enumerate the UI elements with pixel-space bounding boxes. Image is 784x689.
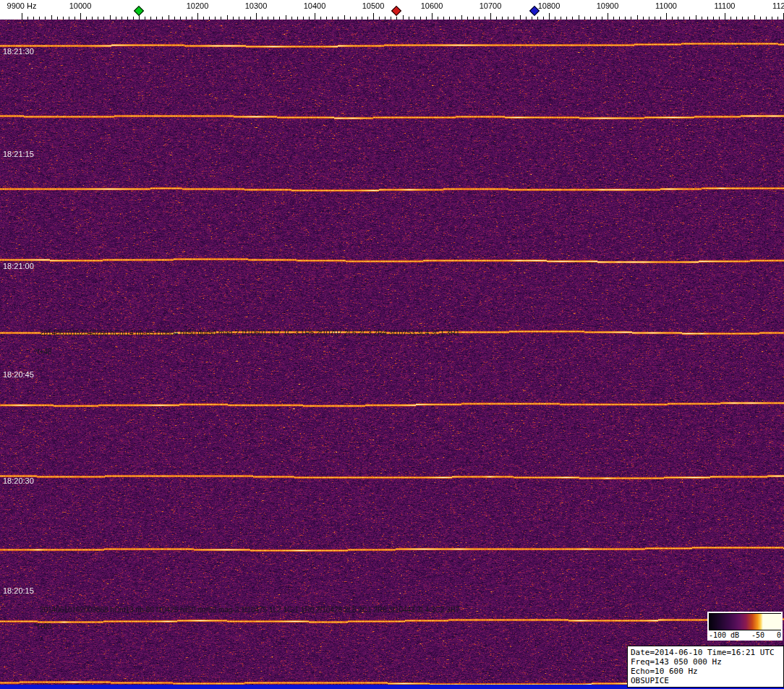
frequency-ruler[interactable]: 9900 Hz100001020010300104001050010600107… [0, 0, 784, 20]
time-axis-label: 18:21:30 [3, 47, 34, 56]
time-axis-label: 18:20:30 [3, 476, 34, 485]
info-freq-line: Freq=143 050 000 Hz [631, 657, 780, 667]
detection-annotation: 20140610162009868 hCnt13 nb-80 f10425 hi… [40, 606, 459, 614]
waterfall-spectrogram[interactable] [0, 20, 784, 685]
detection-annotation: 20140610162048260 hCnt14 nb-85 f10604 hi… [40, 329, 459, 337]
ruler-frequency-label: 10900 [597, 1, 619, 10]
info-echo-line: Echo=10 600 Hz [631, 667, 780, 676]
spectrum-waterfall-app: 9900 Hz100001020010300104001050010600107… [0, 0, 784, 689]
ruler-frequency-label: 11200 [772, 1, 784, 10]
ruler-frequency-label: 11000 [655, 1, 677, 10]
time-axis-label: 18:20:15 [3, 586, 34, 595]
legend-label-max: 0 [777, 631, 781, 639]
ruler-frequency-label: 10700 [480, 1, 502, 10]
ruler-frequency-label: 10200 [187, 1, 209, 10]
ruler-frequency-label: 10400 [304, 1, 326, 10]
ruler-frequency-label: 10800 [538, 1, 561, 10]
time-axis-label: 18:21:15 [3, 150, 34, 158]
time-axis-label: 18:20:45 [3, 370, 34, 379]
info-date-line: Date=2014-06-10 Time=16:21 UTC [631, 648, 780, 657]
info-station-line: OBSUPICE [631, 676, 780, 685]
detection-annotation: ^t+09 [34, 622, 51, 630]
ruler-frequency-label: 11100 [715, 1, 736, 10]
legend-label-min: -100 dB [709, 631, 739, 639]
color-scale-gradient [710, 614, 782, 630]
color-scale-legend: -100 dB -50 0 [707, 612, 783, 641]
detection-annotation: ^t+48 [34, 348, 51, 356]
ruler-frequency-label: 10500 [362, 1, 385, 10]
info-panel: Date=2014-06-10 Time=16:21 UTC Freq=143 … [627, 646, 784, 688]
ruler-frequency-label: 9900 Hz [7, 1, 37, 10]
legend-label-mid: -50 [751, 631, 764, 639]
ruler-frequency-label: 10000 [69, 1, 92, 10]
time-axis-label: 18:21:00 [3, 262, 34, 270]
ruler-frequency-label: 10300 [245, 1, 268, 10]
color-scale-bar [709, 613, 781, 630]
ruler-frequency-label: 10600 [421, 1, 443, 10]
